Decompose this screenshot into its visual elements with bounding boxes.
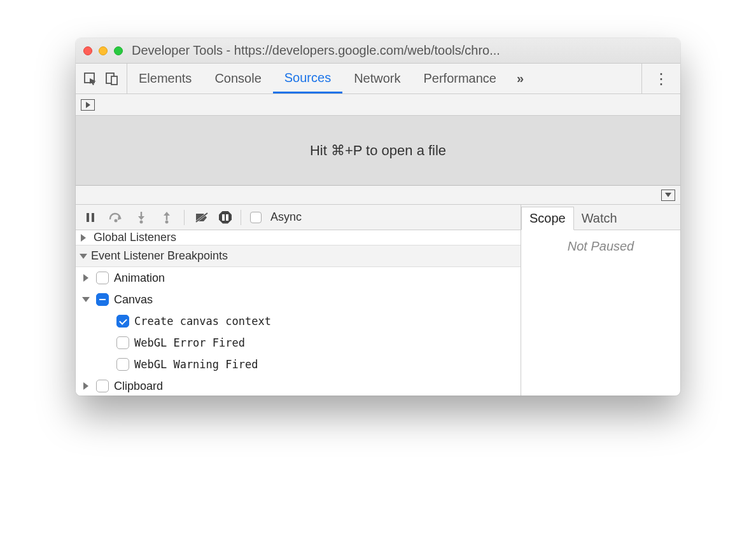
more-tabs-button[interactable]: » bbox=[508, 71, 533, 86]
deactivate-breakpoints-icon[interactable] bbox=[193, 209, 210, 226]
async-label: Async bbox=[270, 210, 302, 224]
section-label: Global Listeners bbox=[94, 231, 176, 244]
async-checkbox[interactable] bbox=[250, 212, 262, 223]
category-clipboard[interactable]: Clipboard bbox=[76, 375, 521, 396]
svg-rect-4 bbox=[92, 213, 94, 222]
debugger-left-pane: Async Global Listeners Event Listener Br… bbox=[76, 205, 521, 396]
breakpoint-label: WebGL Warning Fired bbox=[134, 358, 258, 371]
pause-on-exceptions-icon[interactable] bbox=[219, 211, 232, 224]
separator bbox=[241, 210, 241, 225]
pause-icon[interactable] bbox=[82, 209, 99, 226]
debugger-drawer-handle bbox=[76, 186, 680, 205]
scope-pane: Scope Watch Not Paused bbox=[521, 205, 680, 396]
inspect-controls bbox=[76, 64, 127, 93]
category-checkbox[interactable] bbox=[96, 293, 109, 306]
window-title: Developer Tools - https://developers.goo… bbox=[132, 43, 673, 58]
svg-point-9 bbox=[165, 220, 169, 223]
breakpoint-label: Create canvas context bbox=[134, 315, 271, 328]
step-over-icon[interactable] bbox=[108, 209, 124, 226]
category-checkbox[interactable] bbox=[96, 380, 109, 392]
scope-status: Not Paused bbox=[521, 230, 680, 396]
breakpoint-label: WebGL Error Fired bbox=[134, 336, 245, 349]
step-into-icon[interactable] bbox=[133, 209, 150, 226]
breakpoint-checkbox[interactable] bbox=[116, 315, 129, 328]
svg-rect-3 bbox=[87, 213, 89, 222]
tab-console[interactable]: Console bbox=[203, 64, 272, 93]
category-label: Clipboard bbox=[114, 380, 163, 393]
chevron-right-icon bbox=[83, 382, 88, 390]
settings-menu-button[interactable]: ⋮ bbox=[641, 64, 680, 93]
element-picker-icon[interactable] bbox=[82, 71, 99, 87]
category-canvas[interactable]: Canvas bbox=[76, 289, 521, 310]
debugger-panel: Async Global Listeners Event Listener Br… bbox=[76, 205, 680, 396]
devtools-window: Developer Tools - https://developers.goo… bbox=[76, 38, 680, 396]
separator bbox=[184, 210, 185, 225]
category-label: Canvas bbox=[114, 293, 153, 307]
device-toggle-icon[interactable] bbox=[104, 71, 120, 87]
section-global-listeners[interactable]: Global Listeners bbox=[76, 230, 521, 245]
traffic-lights bbox=[83, 46, 123, 55]
tab-sources[interactable]: Sources bbox=[273, 64, 342, 93]
tab-elements[interactable]: Elements bbox=[127, 64, 203, 93]
tab-watch[interactable]: Watch bbox=[574, 207, 625, 230]
breakpoint-create-canvas-context[interactable]: Create canvas context bbox=[76, 310, 521, 332]
breakpoint-webgl-warning-fired[interactable]: WebGL Warning Fired bbox=[76, 354, 521, 375]
category-animation[interactable]: Animation bbox=[76, 267, 521, 289]
category-checkbox[interactable] bbox=[96, 272, 109, 284]
open-file-hint: Hit ⌘+P to open a file bbox=[76, 116, 680, 186]
minimize-button[interactable] bbox=[99, 46, 108, 55]
category-label: Animation bbox=[114, 272, 165, 285]
breakpoint-checkbox[interactable] bbox=[116, 336, 129, 349]
scope-status-text: Not Paused bbox=[568, 239, 634, 396]
svg-point-7 bbox=[140, 220, 143, 223]
breakpoint-checkbox[interactable] bbox=[116, 358, 129, 371]
toggle-debugger-icon[interactable] bbox=[661, 190, 675, 201]
section-event-listener-breakpoints[interactable]: Event Listener Breakpoints bbox=[76, 245, 521, 267]
sources-subbar bbox=[76, 94, 680, 116]
tab-network[interactable]: Network bbox=[342, 64, 412, 93]
chevron-down-icon bbox=[80, 254, 87, 259]
breakpoint-tree: Animation Canvas Create canvas context bbox=[76, 267, 521, 396]
section-title: Event Listener Breakpoints bbox=[91, 249, 228, 263]
close-button[interactable] bbox=[83, 46, 92, 55]
top-toolbar: Elements Console Sources Network Perform… bbox=[76, 64, 680, 94]
breakpoint-webgl-error-fired[interactable]: WebGL Error Fired bbox=[76, 332, 521, 354]
tab-performance[interactable]: Performance bbox=[412, 64, 508, 93]
panel-tabs: Elements Console Sources Network Perform… bbox=[127, 64, 533, 93]
debugger-toolbar: Async bbox=[76, 205, 521, 230]
chevron-right-icon bbox=[83, 274, 88, 282]
navigator-toggle-icon[interactable] bbox=[81, 99, 95, 111]
titlebar: Developer Tools - https://developers.goo… bbox=[76, 38, 680, 64]
hint-text: Hit ⌘+P to open a file bbox=[310, 142, 446, 159]
tab-scope[interactable]: Scope bbox=[521, 207, 574, 230]
maximize-button[interactable] bbox=[114, 46, 123, 55]
step-out-icon[interactable] bbox=[158, 209, 175, 226]
chevron-down-icon bbox=[82, 297, 90, 302]
scope-tabs: Scope Watch bbox=[521, 205, 680, 230]
svg-point-5 bbox=[115, 219, 118, 222]
chevron-right-icon bbox=[81, 234, 86, 242]
svg-rect-2 bbox=[111, 76, 117, 85]
